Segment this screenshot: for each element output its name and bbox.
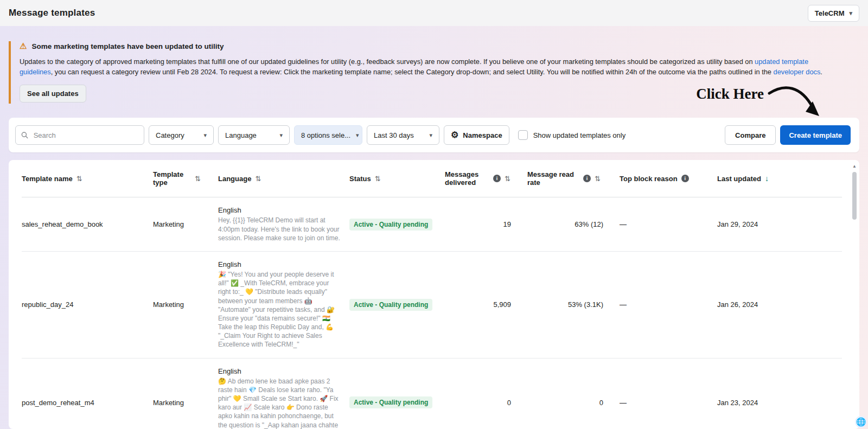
search-icon — [21, 131, 28, 139]
info-icon[interactable]: i — [493, 175, 501, 182]
banner-title: Some marketing templates have been updat… — [31, 42, 224, 50]
template-preview: 🎉 "Yes! You and your people deserve it a… — [218, 270, 342, 349]
template-name-cell[interactable]: sales_reheat_demo_book — [22, 197, 153, 252]
last-updated-cell: Jan 29, 2024 — [717, 197, 842, 252]
language-cell: English 🎉 "Yes! You and your people dese… — [218, 251, 349, 358]
templates-table: Template name ⇅ Template type ⇅ Language — [22, 160, 842, 429]
header-messages-delivered[interactable]: Messages delivered i ⇅ — [445, 160, 527, 197]
date-range-filter[interactable]: Last 30 days ▾ — [367, 125, 439, 145]
template-type-cell: Marketing — [153, 251, 218, 358]
banner-text-3: . — [820, 68, 822, 76]
search-input-wrapper — [15, 125, 144, 145]
sort-icon: ⇅ — [505, 175, 510, 183]
header-label: Message read rate — [527, 170, 579, 187]
status-filter-label: 8 options sele... — [301, 131, 350, 139]
header-status[interactable]: Status ⇅ — [349, 160, 445, 197]
block-reason-cell: — — [620, 358, 717, 429]
show-updated-label: Show updated templates only — [533, 131, 626, 139]
scroll-up-icon[interactable]: ▲ — [851, 163, 858, 170]
block-reason-cell: — — [620, 197, 717, 252]
scrollbar-thumb[interactable] — [852, 172, 857, 220]
chevron-down-icon: ▾ — [203, 132, 207, 138]
globe-icon[interactable]: 🌐 — [855, 416, 867, 428]
category-filter[interactable]: Category ▾ — [149, 125, 214, 145]
status-cell: Active - Quality pending — [349, 197, 445, 252]
info-icon[interactable]: i — [583, 175, 591, 182]
sort-icon: ⇅ — [76, 175, 82, 183]
status-badge: Active - Quality pending — [349, 396, 432, 408]
chevron-down-icon: ▾ — [849, 10, 852, 16]
read-rate-cell: 63% (12) — [527, 197, 620, 252]
header-label: Language — [218, 175, 251, 183]
header-label: Top block reason — [620, 175, 678, 183]
curved-arrow-icon — [767, 84, 821, 124]
banner-body: Updates to the category of approved mark… — [20, 56, 836, 77]
namespace-label: Namespace — [463, 131, 502, 139]
header-last-updated[interactable]: Last updated ↓ — [717, 160, 842, 197]
show-updated-toggle[interactable]: Show updated templates only — [518, 130, 626, 140]
info-icon[interactable]: i — [681, 175, 689, 182]
table-row[interactable]: republic_day_24 Marketing English 🎉 "Yes… — [22, 251, 842, 358]
template-preview: Hey, {{1}} TeleCRM Demo will start at 4:… — [218, 216, 342, 242]
header-label: Status — [349, 175, 371, 183]
click-here-annotation: Click Here — [696, 86, 821, 124]
header-top-block-reason[interactable]: Top block reason i — [620, 160, 717, 197]
account-selector[interactable]: TeleCRM ▾ — [808, 5, 859, 22]
vertical-scrollbar[interactable]: ▲ — [851, 163, 858, 426]
header-message-read-rate[interactable]: Message read rate i ⇅ — [527, 160, 620, 197]
page-title: Message templates — [9, 8, 95, 18]
messages-delivered-cell: 0 — [445, 358, 527, 429]
header-label: Last updated — [717, 175, 761, 183]
sort-icon: ⇅ — [375, 175, 381, 183]
status-cell: Active - Quality pending — [349, 251, 445, 358]
status-cell: Active - Quality pending — [349, 358, 445, 429]
banner-text-2: , you can request a category review unti… — [51, 68, 774, 76]
top-header: Message templates TeleCRM ▾ — [0, 0, 868, 26]
banner-title-row: ⚠ Some marketing templates have been upd… — [20, 41, 859, 51]
template-name-cell[interactable]: post_demo_reheat_m4 — [22, 358, 153, 429]
header-language[interactable]: Language ⇅ — [218, 160, 349, 197]
page-body: ⚠ Some marketing templates have been upd… — [0, 26, 868, 429]
messages-delivered-cell: 5,909 — [445, 251, 527, 358]
warning-icon: ⚠ — [20, 41, 27, 51]
annotation-text: Click Here — [696, 86, 764, 103]
language-name: English — [218, 260, 345, 268]
gear-icon: ⚙ — [451, 131, 458, 139]
chevron-down-icon: ▾ — [429, 132, 432, 138]
see-all-updates-button[interactable]: See all updates — [20, 85, 86, 103]
header-template-name[interactable]: Template name ⇅ — [22, 160, 153, 197]
sort-icon: ⇅ — [195, 175, 201, 183]
template-name-cell[interactable]: republic_day_24 — [22, 251, 153, 358]
template-type-cell: Marketing — [153, 358, 218, 429]
namespace-button[interactable]: ⚙ Namespace — [444, 125, 509, 145]
language-name: English — [218, 367, 345, 375]
compare-button[interactable]: Compare — [725, 125, 776, 145]
language-cell: English Hey, {{1}} TeleCRM Demo will sta… — [218, 197, 349, 252]
header-label: Messages delivered — [445, 170, 489, 187]
chevron-down-icon: ▾ — [279, 132, 283, 138]
language-cell: English 🤔 Ab demo lene ke baad apke paas… — [218, 358, 349, 429]
sort-icon: ⇅ — [595, 175, 601, 183]
language-filter-label: Language — [225, 131, 257, 139]
block-reason-cell: — — [620, 251, 717, 358]
banner-text-1: Updates to the category of approved mark… — [20, 57, 755, 66]
table-row[interactable]: post_demo_reheat_m4 Marketing English 🤔 … — [22, 358, 842, 429]
show-updated-checkbox[interactable] — [518, 130, 528, 140]
status-filter[interactable]: 8 options sele... ▾ — [294, 125, 362, 145]
table-row[interactable]: sales_reheat_demo_book Marketing English… — [22, 197, 842, 252]
sort-descending-icon: ↓ — [765, 174, 769, 183]
date-range-label: Last 30 days — [374, 131, 414, 139]
status-badge: Active - Quality pending — [349, 299, 432, 311]
template-preview: 🤔 Ab demo lene ke baad apke paas 2 raste… — [218, 377, 342, 429]
table-header-row: Template name ⇅ Template type ⇅ Language — [22, 160, 842, 197]
last-updated-cell: Jan 26, 2024 — [717, 251, 842, 358]
sort-icon: ⇅ — [255, 175, 261, 183]
status-badge: Active - Quality pending — [349, 219, 432, 230]
language-filter[interactable]: Language ▾ — [218, 125, 290, 145]
templates-table-card: Template name ⇅ Template type ⇅ Language — [9, 160, 859, 429]
create-template-button[interactable]: Create template — [780, 125, 851, 145]
developer-docs-link[interactable]: developer docs — [774, 68, 821, 76]
header-template-type[interactable]: Template type ⇅ — [153, 160, 218, 197]
header-label: Template type — [153, 170, 191, 187]
search-input[interactable] — [33, 131, 138, 140]
